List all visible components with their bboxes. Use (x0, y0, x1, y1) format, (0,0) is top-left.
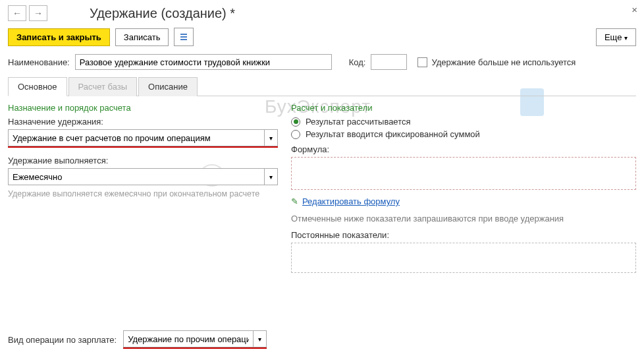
radio-calculated[interactable]: Результат рассчитывается (291, 117, 636, 127)
back-button[interactable]: ← (8, 5, 26, 21)
chevron-down-icon: ▾ (269, 134, 273, 142)
checkbox-icon (417, 57, 427, 67)
page-title: Удержание (создание) * (90, 6, 235, 21)
svg-rect-0 (180, 34, 187, 35)
executed-input[interactable] (8, 168, 265, 185)
tabs: Основное Расчет базы Описание (8, 76, 636, 96)
const-indicators-box[interactable] (291, 243, 636, 273)
executed-dropdown-button[interactable]: ▾ (265, 168, 278, 185)
executed-select[interactable]: ▾ (8, 168, 278, 185)
code-label: Код: (349, 57, 366, 67)
code-input[interactable] (371, 54, 407, 70)
salary-op-dropdown-button[interactable]: ▾ (254, 330, 267, 347)
list-button[interactable] (174, 28, 194, 46)
radio-icon (291, 117, 300, 127)
name-label: Наименование: (8, 57, 70, 67)
svg-rect-1 (180, 36, 187, 38)
not-used-checkbox[interactable]: Удержание больше не используется (417, 57, 576, 67)
const-label: Постоянные показатели: (291, 230, 636, 240)
not-used-label: Удержание больше не используется (431, 57, 576, 67)
salary-op-select[interactable]: ▾ (123, 330, 267, 349)
chevron-down-icon: ▾ (269, 173, 273, 181)
right-section-title: Расчет и показатели (291, 103, 636, 113)
left-section-title: Назначение и порядок расчета (8, 103, 278, 113)
tab-base[interactable]: Расчет базы (68, 77, 138, 96)
more-button[interactable]: Еще ▾ (596, 28, 636, 46)
close-icon[interactable]: × (631, 4, 637, 15)
list-icon (179, 32, 188, 42)
radio-fixed[interactable]: Результат вводится фиксированной суммой (291, 129, 636, 139)
pencil-icon: ✎ (291, 196, 298, 206)
edit-formula-link[interactable]: Редактировать формулу (302, 196, 400, 206)
svg-rect-2 (180, 39, 187, 40)
name-input[interactable] (75, 54, 332, 70)
save-button[interactable]: Записать (115, 28, 169, 46)
purpose-select[interactable]: ▾ (8, 129, 278, 148)
purpose-label: Назначение удержания: (8, 117, 278, 127)
formula-label: Формула: (291, 144, 636, 154)
purpose-input[interactable] (8, 129, 265, 146)
indicators-desc: Отмеченные ниже показатели запрашиваются… (291, 213, 636, 225)
executed-hint: Удержание выполняется ежемесячно при око… (8, 189, 278, 198)
forward-button[interactable]: → (29, 5, 47, 21)
salary-op-label: Вид операции по зарплате: (8, 335, 117, 345)
radio-fixed-label: Результат вводится фиксированной суммой (306, 129, 480, 139)
executed-label: Удержание выполняется: (8, 156, 278, 165)
tab-description[interactable]: Описание (138, 77, 198, 96)
save-and-close-button[interactable]: Записать и закрыть (8, 28, 110, 46)
chevron-down-icon: ▾ (258, 336, 261, 343)
purpose-dropdown-button[interactable]: ▾ (265, 129, 278, 146)
chevron-down-icon: ▾ (624, 34, 628, 42)
salary-op-input[interactable] (123, 330, 254, 347)
formula-box[interactable] (291, 157, 636, 190)
radio-calc-label: Результат рассчитывается (306, 117, 411, 127)
tab-main[interactable]: Основное (8, 77, 67, 96)
radio-icon (291, 130, 300, 139)
